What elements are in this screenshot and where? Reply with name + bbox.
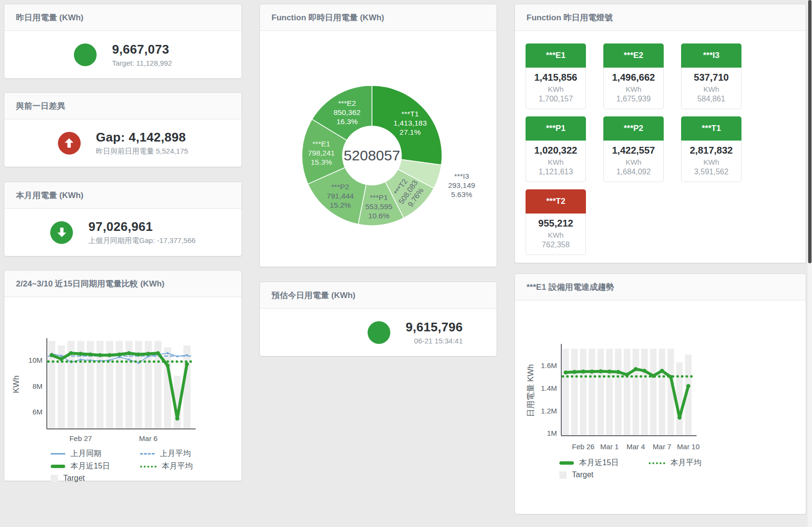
target-bar	[589, 349, 595, 436]
kpi-subtitle: 上個月同期用電Gap: -17,377,566	[88, 236, 196, 245]
x-tick-label: Mar 6	[139, 434, 157, 442]
legend-label: 本月近15日	[579, 458, 619, 468]
kpi-body: 9,667,073 Target: 11,128,992	[4, 31, 242, 78]
legend-item-本月近15日[interactable]: 本月近15日	[559, 458, 649, 468]
kpi-value: 97,026,961	[88, 219, 196, 234]
legend-swatch-dashed	[140, 453, 155, 455]
tile-body: 1,415,856KWh1,700,157	[526, 68, 586, 109]
tile-status-header: ***T1	[681, 116, 741, 141]
series-point	[128, 358, 130, 360]
lights-card: Function 昨日用電燈號 ***E11,415,856KWh1,700,1…	[514, 4, 806, 263]
series-point	[581, 370, 585, 373]
status-tile-E2: ***E21,496,662KWh1,675,939	[603, 43, 664, 109]
tile-value: 537,710	[682, 72, 741, 83]
series-point	[185, 362, 189, 366]
tile-status-header: ***E2	[603, 43, 664, 68]
legend-item-本月平均[interactable]: 本月平均	[140, 461, 237, 471]
compare-chart[interactable]: 6M8M10MKWhFeb 27Mar 6	[4, 336, 198, 447]
status-tile-P1: ***P11,020,322KWh1,121,613	[526, 116, 586, 182]
kpi-text: Gap: 4,142,898 昨日與前日用電量 5,524,175	[96, 130, 188, 156]
target-bar	[641, 349, 648, 436]
legend-item-Target[interactable]: Target	[559, 470, 649, 479]
kpi-card-yesterday: 昨日用電量 (KWh) 9,667,073 Target: 11,128,992	[4, 4, 242, 79]
kpi-subtitle: 06-21 15:34:41	[406, 337, 463, 345]
card-title: 昨日用電量 (KWh)	[4, 4, 242, 31]
series-point	[146, 352, 150, 356]
series-point	[590, 370, 594, 373]
series-point	[117, 353, 121, 356]
kpi-body: 9,615,796 06-21 15:34:41	[260, 309, 497, 356]
tile-status-header: ***I3	[681, 43, 741, 68]
tile-unit-label: KWh	[682, 158, 741, 166]
legend-label: Target	[572, 470, 593, 479]
legend-item-本月近15日[interactable]: 本月近15日	[51, 461, 140, 471]
target-bar	[615, 349, 621, 436]
legend-swatch-dotted	[140, 466, 157, 468]
series-point	[598, 370, 602, 373]
donut-chart[interactable]: ***T11,413,18327.1%***I3293,1495.63%***T…	[260, 31, 497, 267]
legend-item-上月平均[interactable]: 上月平均	[140, 449, 237, 459]
tile-value: 955,212	[526, 218, 585, 229]
tile-target-value: 1,675,939	[604, 95, 663, 103]
y-tick-label: 10M	[28, 356, 43, 364]
series-point	[642, 369, 646, 372]
tile-value: 1,415,856	[526, 72, 585, 83]
series-point	[137, 353, 141, 356]
kpi-body: Gap: 4,142,898 昨日與前日用電量 5,524,175	[4, 119, 242, 167]
y-tick-label: 1.2M	[541, 407, 557, 415]
x-tick-label: Feb 26	[572, 442, 595, 451]
legend-swatch-dotted	[649, 462, 665, 464]
y-axis-label: KWh	[12, 375, 21, 393]
legend-item-上月同期[interactable]: 上月同期	[51, 449, 140, 459]
series-point	[108, 353, 112, 357]
tile-body: 1,496,662KWh1,675,939	[603, 68, 664, 109]
status-tile-T2: ***T2955,212KWh762,358	[526, 189, 586, 255]
tile-body: 537,710KWh584,861	[681, 68, 741, 109]
tile-unit-label: KWh	[526, 231, 585, 239]
target-bar	[571, 349, 577, 436]
target-bar	[659, 349, 665, 436]
tile-target-value: 1,684,092	[604, 168, 663, 176]
y-tick-label: 8M	[32, 382, 43, 390]
legend-item-本月平均[interactable]: 本月平均	[649, 458, 745, 468]
arrow-down-icon	[50, 221, 73, 244]
legend-item-Target[interactable]: Target	[51, 474, 140, 483]
x-tick-label: Feb 27	[70, 434, 92, 442]
legend-swatch-thin	[51, 453, 65, 455]
series-point	[634, 367, 638, 371]
trend-chart[interactable]: 1M1.2M1.4M1.6M日用電量 KWhFeb 26Mar 1Mar 4Ma…	[515, 342, 713, 455]
legend-label: 上月平均	[160, 449, 191, 459]
target-bar	[562, 349, 569, 436]
x-tick-label: Mar 4	[627, 442, 645, 451]
y-tick-label: 6M	[32, 408, 43, 416]
series-point	[678, 415, 682, 419]
scrollbar-track[interactable]	[808, 0, 812, 527]
target-bar	[624, 349, 630, 436]
tile-value: 2,817,832	[682, 145, 741, 156]
tile-target-value: 1,121,613	[526, 168, 585, 176]
legend-swatch-thick	[51, 465, 65, 468]
trend-chart-card: ***E1 設備用電達成趨勢 1M1.2M1.4M1.6M日用電量 KWhFeb…	[514, 273, 806, 514]
series-point	[660, 369, 664, 372]
series-point	[651, 374, 655, 378]
status-tile-E1: ***E11,415,856KWh1,700,157	[526, 43, 586, 109]
x-tick-label: Mar 1	[600, 442, 619, 451]
series-point	[79, 352, 83, 356]
legend-label: 本月平均	[670, 458, 701, 468]
tile-status-header: ***T2	[526, 189, 586, 214]
scrollbar-thumb[interactable]	[808, 0, 812, 263]
target-bar	[606, 349, 613, 436]
legend-label: 本月近15日	[71, 461, 110, 471]
card-title: 本月用電量 (KWh)	[4, 182, 242, 209]
dashboard: { "colors":{"green":"#2f9e3e","red":"#c0…	[0, 0, 812, 527]
tile-body: 2,817,832KWh3,591,562	[681, 141, 741, 182]
legend-label: Target	[63, 474, 85, 483]
estimate-card: 預估今日用電量 (KWh) 9,615,796 06-21 15:34:41	[259, 282, 497, 356]
tile-status-header: ***P1	[526, 116, 586, 141]
card-title: Function 即時日用電量 (KWh)	[260, 4, 497, 31]
tile-target-value: 3,591,562	[682, 168, 741, 176]
series-point	[572, 370, 576, 374]
tile-target-value: 584,861	[682, 95, 741, 103]
y-tick-label: 1M	[547, 429, 557, 437]
series-point	[166, 363, 170, 367]
